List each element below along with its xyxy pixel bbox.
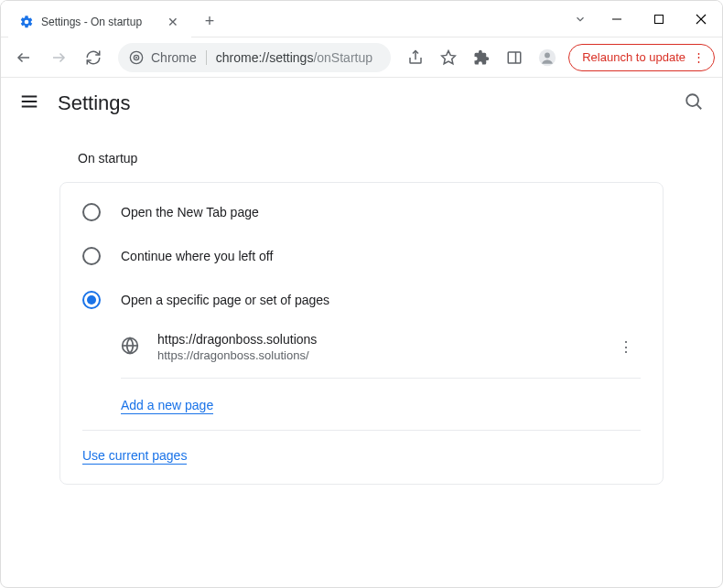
tab-search-button[interactable] (565, 13, 596, 26)
window-controls (565, 1, 722, 37)
gear-icon (19, 15, 34, 29)
svg-point-14 (545, 52, 550, 58)
option-specific-pages[interactable]: Open a specific page or set of pages (60, 278, 663, 322)
option-label: Open a specific page or set of pages (121, 293, 329, 307)
relaunch-label: Relaunch to update (582, 50, 685, 64)
svg-rect-11 (508, 52, 521, 63)
radio-unselected[interactable] (82, 247, 101, 265)
page-entry-menu-icon[interactable]: ⋮ (611, 331, 641, 363)
menu-icon[interactable] (19, 91, 39, 115)
option-new-tab[interactable]: Open the New Tab page (60, 190, 663, 234)
add-new-page-link[interactable]: Add a new page (121, 398, 213, 414)
search-icon[interactable] (684, 91, 704, 115)
use-current-pages-link[interactable]: Use current pages (82, 448, 187, 465)
maximize-button[interactable] (638, 5, 680, 34)
option-continue[interactable]: Continue where you left off (60, 234, 663, 278)
bookmark-icon[interactable] (433, 42, 464, 73)
svg-line-19 (696, 104, 701, 109)
page-title: Settings (58, 91, 131, 115)
close-icon[interactable]: ✕ (166, 15, 180, 29)
startup-page-title: https://dragonboss.solutions (157, 332, 593, 347)
startup-page-entry: https://dragonboss.solutions https://dra… (60, 322, 663, 372)
section-title: On startup (78, 151, 664, 166)
settings-header: Settings (1, 78, 722, 129)
back-button[interactable] (8, 42, 39, 73)
browser-toolbar: Chrome chrome://settings/onStartup Relau… (1, 37, 722, 78)
radio-selected[interactable] (82, 291, 101, 309)
new-tab-button[interactable]: + (197, 8, 222, 34)
address-bar[interactable]: Chrome chrome://settings/onStartup (118, 43, 391, 72)
use-current-row: Use current pages (60, 434, 663, 476)
tab-title: Settings - On startup (41, 16, 142, 28)
share-icon[interactable] (400, 42, 431, 73)
svg-point-8 (135, 57, 137, 59)
option-label: Continue where you left off (121, 249, 273, 263)
forward-button[interactable] (43, 42, 74, 73)
extensions-icon[interactable] (466, 42, 497, 73)
url-text: chrome://settings/onStartup (216, 50, 372, 65)
reload-button[interactable] (78, 42, 109, 73)
omnibox-label: Chrome (151, 50, 197, 65)
minimize-button[interactable] (596, 5, 638, 34)
profile-icon[interactable] (532, 42, 563, 73)
startup-page-url: https://dragonboss.solutions/ (157, 348, 593, 362)
globe-icon (121, 337, 139, 358)
svg-rect-1 (655, 16, 664, 24)
divider (82, 430, 641, 431)
add-page-row: Add a new page (60, 384, 663, 426)
window-titlebar: Settings - On startup ✕ + (1, 1, 722, 37)
svg-point-18 (686, 94, 698, 106)
option-label: Open the New Tab page (121, 205, 259, 219)
startup-options-card: Open the New Tab page Continue where you… (59, 182, 664, 485)
settings-content: On startup Open the New Tab page Continu… (1, 129, 722, 507)
divider (121, 378, 641, 379)
divider (206, 50, 207, 65)
radio-unselected[interactable] (82, 203, 101, 221)
relaunch-update-button[interactable]: Relaunch to update ⋮ (568, 44, 715, 71)
more-icon[interactable]: ⋮ (693, 50, 705, 64)
browser-tab[interactable]: Settings - On startup ✕ (8, 6, 191, 37)
close-window-button[interactable] (680, 5, 722, 34)
site-info-button[interactable]: Chrome (129, 50, 197, 65)
side-panel-icon[interactable] (499, 42, 530, 73)
svg-marker-10 (442, 50, 456, 63)
